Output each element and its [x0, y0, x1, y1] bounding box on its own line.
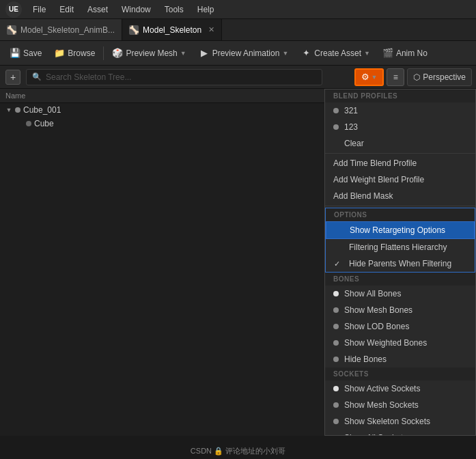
- menu-tools[interactable]: Tools: [162, 3, 186, 16]
- sep-blend-actions: [325, 153, 475, 154]
- radio-dot-lod-bones: [333, 324, 339, 329]
- show-skeleton-sockets-label: Show Skeleton Sockets: [344, 417, 430, 426]
- blend-item-321[interactable]: 321: [325, 102, 475, 119]
- app-logo: UE: [5, 1, 22, 18]
- preview-animation-label: Preview Animation: [212, 48, 280, 58]
- right-controls: ⚙ ▼ ≡ ⬡ Perspective: [324, 66, 476, 89]
- radio-dot-skeleton-sockets: [333, 419, 339, 424]
- create-asset-button[interactable]: ✦ Create Asset ▼: [295, 45, 376, 61]
- filtering-flattens-hierarchy[interactable]: Filtering Flattens Hierarchy: [326, 239, 475, 255]
- create-asset-arrow: ▼: [364, 50, 370, 57]
- search-container: 🔍 Search Skeleton Tree...: [26, 69, 322, 85]
- add-time-blend-label: Add Time Blend Profile: [333, 158, 417, 168]
- hide-parents-when-filtering[interactable]: ✓ Hide Parents When Filtering: [326, 255, 475, 272]
- preview-mesh-icon: 🎲: [112, 48, 123, 59]
- show-skeleton-sockets[interactable]: Show Skeleton Sockets: [325, 413, 475, 430]
- menu-asset[interactable]: Asset: [85, 3, 111, 16]
- show-retargeting-options[interactable]: Show Retargeting Options: [326, 221, 475, 239]
- show-lod-bones-label: Show LOD Bones: [344, 322, 409, 331]
- add-time-blend-profile[interactable]: Add Time Blend Profile: [325, 155, 475, 171]
- tree-label-cube: Cube: [34, 119, 54, 128]
- expand-icon-cube: [16, 120, 23, 127]
- save-button[interactable]: 💾 Save: [4, 45, 47, 61]
- show-weighted-bones-label: Show Weighted Bones: [344, 338, 427, 348]
- tab-label-skeleton: Model_Skeleton: [143, 25, 201, 35]
- save-label: Save: [23, 48, 42, 58]
- add-button[interactable]: +: [5, 70, 20, 85]
- title-bar: UE File Edit Asset Window Tools Help: [0, 0, 476, 19]
- browse-icon: 📁: [54, 48, 65, 59]
- toolbar-sep-1: [103, 46, 104, 60]
- show-lod-bones[interactable]: Show LOD Bones: [325, 318, 475, 335]
- lines-button[interactable]: ≡: [387, 68, 404, 86]
- show-mesh-sockets[interactable]: Show Mesh Sockets: [325, 397, 475, 413]
- show-all-bones-label: Show All Bones: [344, 289, 401, 298]
- tab-bar: 🦴 Model_Skeleton_AnimB... 🦴 Model_Skelet…: [0, 19, 476, 41]
- show-all-bones[interactable]: Show All Bones: [325, 286, 475, 302]
- blend-profiles-section-title: BLEND PROFILES: [325, 89, 475, 102]
- tab-model-skeleton-animb[interactable]: 🦴 Model_Skeleton_AnimB...: [0, 19, 122, 40]
- hide-bones[interactable]: Hide Bones: [325, 351, 475, 367]
- radio-dot-321: [333, 108, 339, 113]
- show-active-sockets[interactable]: Show Active Sockets: [325, 380, 475, 397]
- radio-dot-123: [333, 124, 339, 130]
- menu-edit[interactable]: Edit: [57, 3, 76, 16]
- tree-item-cube[interactable]: Cube: [0, 117, 328, 130]
- preview-animation-arrow: ▼: [282, 50, 288, 57]
- filtering-flattens-label: Filtering Flattens Hierarchy: [349, 242, 447, 252]
- sockets-section-title: SOCKETS: [325, 367, 475, 380]
- gear-icon: ⚙: [361, 72, 369, 82]
- show-mesh-bones[interactable]: Show Mesh Bones: [325, 302, 475, 318]
- perspective-button[interactable]: ⬡ Perspective: [407, 68, 472, 86]
- main-area: + 🔍 Search Skeleton Tree... ⚙ ▼ ≡ ⬡ Pers…: [0, 66, 476, 436]
- search-icon: 🔍: [32, 72, 42, 81]
- radio-dot-hide-bones: [333, 357, 339, 362]
- menu-window[interactable]: Window: [119, 3, 154, 16]
- create-asset-icon: ✦: [300, 48, 311, 59]
- options-box: OPTIONS Show Retargeting Options Filteri…: [325, 208, 475, 273]
- hide-bones-label: Hide Bones: [344, 354, 387, 364]
- hide-parents-label: Hide Parents When Filtering: [349, 259, 451, 268]
- show-all-sockets-label: Show All Sockets: [344, 433, 407, 436]
- blend-label-321: 321: [344, 106, 358, 115]
- radio-dot-active-sockets: [333, 386, 339, 391]
- show-retargeting-label: Show Retargeting Options: [350, 225, 445, 235]
- expand-icon-cube001[interactable]: ▼: [5, 107, 12, 113]
- anim-no-icon: 🎬: [382, 48, 393, 59]
- create-asset-label: Create Asset: [314, 48, 361, 58]
- gear-settings-button[interactable]: ⚙ ▼: [354, 68, 384, 86]
- watermark: CSDN 🔒 评论地址的小刘哥: [191, 446, 285, 456]
- tab-close-button[interactable]: ✕: [208, 25, 214, 34]
- radio-dot-weighted-bones: [333, 340, 339, 346]
- options-section-title: OPTIONS: [326, 208, 475, 221]
- perspective-label: Perspective: [423, 72, 466, 82]
- browse-button[interactable]: 📁 Browse: [48, 45, 100, 61]
- menu-help[interactable]: Help: [195, 3, 217, 16]
- show-active-sockets-label: Show Active Sockets: [344, 384, 420, 393]
- tree-dot-cube001: [15, 107, 20, 113]
- radio-dot-mesh-bones: [333, 307, 339, 313]
- anim-no-button[interactable]: 🎬 Anim No: [377, 45, 433, 61]
- preview-mesh-button[interactable]: 🎲 Preview Mesh ▼: [107, 45, 191, 61]
- bones-section-title: BONES: [325, 273, 475, 286]
- tree-item-cube001[interactable]: ▼ Cube_001: [0, 103, 328, 117]
- menu-file[interactable]: File: [30, 3, 48, 16]
- tree-column-header: Name: [0, 89, 328, 103]
- lines-icon: ≡: [393, 72, 398, 82]
- save-icon: 💾: [10, 48, 20, 59]
- tab-icon-animb: 🦴: [7, 25, 16, 35]
- show-all-sockets[interactable]: Show All Sockets: [325, 430, 475, 436]
- tab-model-skeleton[interactable]: 🦴 Model_Skeleton ✕: [122, 19, 222, 40]
- add-blend-mask[interactable]: Add Blend Mask: [325, 188, 475, 204]
- preview-mesh-arrow: ▼: [180, 50, 186, 57]
- preview-mesh-label: Preview Mesh: [126, 48, 177, 58]
- show-weighted-bones[interactable]: Show Weighted Bones: [325, 335, 475, 351]
- blend-item-clear[interactable]: Clear: [325, 135, 475, 152]
- tab-label-animb: Model_Skeleton_AnimB...: [20, 25, 115, 35]
- add-blend-mask-label: Add Blend Mask: [333, 191, 393, 201]
- preview-animation-button[interactable]: ▶ Preview Animation ▼: [193, 45, 294, 61]
- gear-dropdown-arrow: ▼: [371, 74, 377, 81]
- show-mesh-bones-label: Show Mesh Bones: [344, 305, 412, 315]
- add-weight-blend-profile[interactable]: Add Weight Blend Profile: [325, 171, 475, 188]
- blend-item-123[interactable]: 123: [325, 119, 475, 135]
